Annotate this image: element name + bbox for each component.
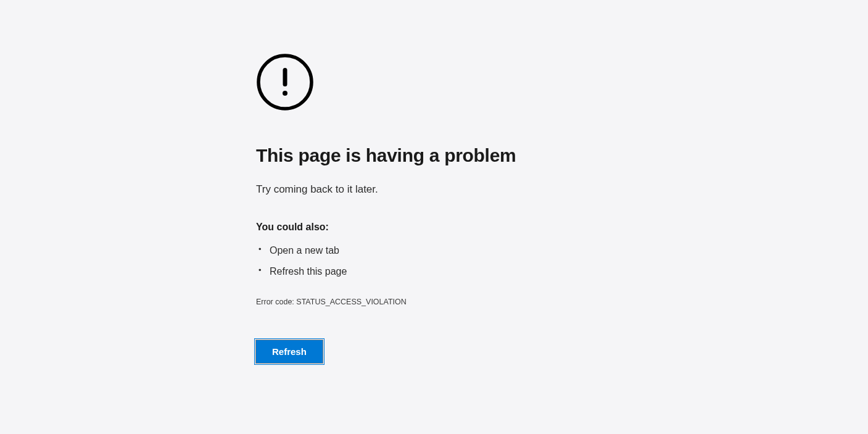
list-item: Open a new tab bbox=[256, 244, 868, 257]
error-title: This page is having a problem bbox=[256, 145, 868, 166]
list-item: Refresh this page bbox=[256, 265, 868, 278]
error-subtitle: Try coming back to it later. bbox=[256, 183, 868, 196]
refresh-button[interactable]: Refresh bbox=[256, 340, 323, 363]
warning-icon bbox=[256, 53, 868, 111]
svg-point-2 bbox=[283, 91, 287, 96]
suggestions-list: Open a new tab Refresh this page bbox=[256, 244, 868, 279]
suggestions-heading: You could also: bbox=[256, 222, 868, 233]
svg-rect-1 bbox=[283, 68, 287, 86]
error-code-text: Error code: STATUS_ACCESS_VIOLATION bbox=[256, 298, 868, 306]
error-page-container: This page is having a problem Try coming… bbox=[0, 0, 868, 363]
